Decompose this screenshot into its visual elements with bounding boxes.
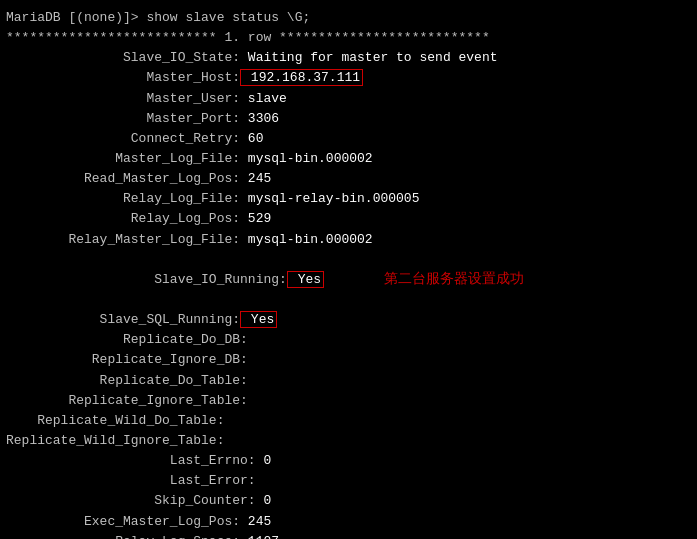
replicate-wild-do-table-key: Replicate_Wild_Do_Table:: [6, 413, 224, 428]
read-master-log-pos-value: 245: [240, 171, 271, 186]
slave-sql-running-value: Yes: [240, 311, 277, 328]
last-error-line: Last_Error:: [6, 471, 691, 491]
slave-io-running-key: Slave_IO_Running:: [53, 272, 287, 287]
slave-io-state-value: Waiting for master to send event: [240, 50, 497, 65]
replicate-wild-do-table-line: Replicate_Wild_Do_Table:: [6, 411, 691, 431]
master-host-line: Master_Host: 192.168.37.111: [6, 68, 691, 88]
master-host-key: Master_Host:: [6, 70, 240, 85]
connect-retry-value: 60: [240, 131, 263, 146]
skip-counter-value: 0: [256, 493, 272, 508]
replicate-ignore-table-line: Replicate_Ignore_Table:: [6, 391, 691, 411]
master-user-line: Master_User: slave: [6, 89, 691, 109]
slave-io-running-value: Yes: [287, 271, 324, 288]
replicate-do-table-line: Replicate_Do_Table:: [6, 371, 691, 391]
row-divider: *************************** 1. row *****…: [6, 28, 691, 48]
replicate-ignore-table-key: Replicate_Ignore_Table:: [6, 393, 248, 408]
master-port-line: Master_Port: 3306: [6, 109, 691, 129]
relay-master-log-file-key: Relay_Master_Log_File:: [6, 232, 240, 247]
replicate-wild-ignore-table-line: Replicate_Wild_Ignore_Table:: [6, 431, 691, 451]
relay-log-space-value: 1107: [240, 534, 279, 539]
replicate-do-db-key: Replicate_Do_DB:: [6, 332, 248, 347]
read-master-log-pos-line: Read_Master_Log_Pos: 245: [6, 169, 691, 189]
replicate-ignore-db-line: Replicate_Ignore_DB:: [6, 350, 691, 370]
skip-counter-line: Skip_Counter: 0: [6, 491, 691, 511]
connect-retry-line: Connect_Retry: 60: [6, 129, 691, 149]
master-host-value: 192.168.37.111: [240, 69, 363, 86]
relay-log-space-line: Relay_Log_Space: 1107: [6, 532, 691, 539]
master-log-file-key: Master_Log_File:: [6, 151, 240, 166]
exec-master-log-pos-key: Exec_Master_Log_Pos:: [6, 514, 240, 529]
relay-log-pos-line: Relay_Log_Pos: 529: [6, 209, 691, 229]
relay-log-pos-value: 529: [240, 211, 271, 226]
read-master-log-pos-key: Read_Master_Log_Pos:: [6, 171, 240, 186]
skip-counter-key: Skip_Counter:: [6, 493, 256, 508]
slave-sql-running-key: Slave_SQL_Running:: [6, 312, 240, 327]
master-port-key: Master_Port:: [6, 111, 240, 126]
replicate-ignore-db-key: Replicate_Ignore_DB:: [6, 352, 248, 367]
master-user-key: Master_User:: [6, 91, 240, 106]
relay-master-log-file-value: mysql-bin.000002: [240, 232, 373, 247]
master-log-file-line: Master_Log_File: mysql-bin.000002: [6, 149, 691, 169]
relay-log-pos-key: Relay_Log_Pos:: [6, 211, 240, 226]
slave-io-running-line: Slave_IO_Running: Yes 第二台服务器设置成功: [6, 250, 691, 310]
replicate-do-table-key: Replicate_Do_Table:: [6, 373, 248, 388]
last-errno-value: 0: [256, 453, 272, 468]
exec-master-log-pos-value: 245: [240, 514, 271, 529]
exec-master-log-pos-line: Exec_Master_Log_Pos: 245: [6, 512, 691, 532]
relay-log-file-key: Relay_Log_File:: [6, 191, 240, 206]
replicate-wild-ignore-table-key: Replicate_Wild_Ignore_Table:: [6, 433, 224, 448]
relay-log-file-line: Relay_Log_File: mysql-relay-bin.000005: [6, 189, 691, 209]
last-errno-line: Last_Errno: 0: [6, 451, 691, 471]
slave-io-state-line: Slave_IO_State: Waiting for master to se…: [6, 48, 691, 68]
connect-retry-key: Connect_Retry:: [6, 131, 240, 146]
relay-log-space-key: Relay_Log_Space:: [6, 534, 240, 539]
slave-io-state-key: Slave_IO_State:: [6, 50, 240, 65]
slave-sql-running-line: Slave_SQL_Running: Yes: [6, 310, 691, 330]
replicate-do-db-line: Replicate_Do_DB:: [6, 330, 691, 350]
command-line: MariaDB [(none)]> show slave status \G;: [6, 8, 691, 28]
last-error-key: Last_Error:: [6, 473, 256, 488]
terminal-window: MariaDB [(none)]> show slave status \G; …: [0, 0, 697, 539]
annotation-text: 第二台服务器设置成功: [384, 269, 524, 291]
master-log-file-value: mysql-bin.000002: [240, 151, 373, 166]
last-errno-key: Last_Errno:: [6, 453, 256, 468]
master-user-value: slave: [240, 91, 287, 106]
relay-master-log-file-line: Relay_Master_Log_File: mysql-bin.000002: [6, 230, 691, 250]
master-port-value: 3306: [240, 111, 279, 126]
relay-log-file-value: mysql-relay-bin.000005: [240, 191, 419, 206]
